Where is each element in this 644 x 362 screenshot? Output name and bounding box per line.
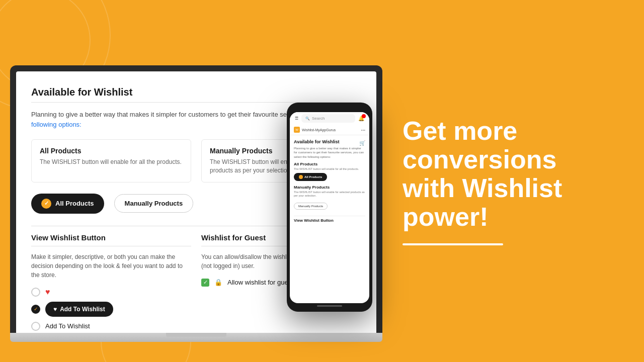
phone-all-products-btn-label: All Products <box>304 175 322 178</box>
laptop-base <box>10 333 382 342</box>
all-products-button[interactable]: ✓ All Products <box>31 194 104 214</box>
hero-underline <box>403 243 503 245</box>
manually-products-button[interactable]: Manually Products <box>114 194 194 213</box>
phone-screen: ☰ 🔍 Search 🔔 W Wishlist-MyAppGurus ••• <box>290 112 369 303</box>
all-products-card: All Products The WISHLIST button will en… <box>31 139 191 183</box>
radio-circle-2[interactable]: ✓ <box>31 305 40 314</box>
hero-heading: Get more conversions with Wishlist power… <box>403 117 619 232</box>
phone-app-header: W Wishlist-MyAppGurus ••• <box>290 125 369 135</box>
heart-icon: ♥ <box>45 288 50 297</box>
heart-white-icon: ♥ <box>53 306 57 313</box>
phone-home-bar <box>317 305 342 307</box>
radio-check-icon: ✓ <box>34 306 38 312</box>
notification-badge <box>362 114 366 118</box>
allow-guest-label: Allow wishlist for guest <box>227 279 293 286</box>
app-name: Wishlist-MyAppGurus <box>302 128 336 132</box>
more-icon: ••• <box>361 128 365 132</box>
allow-guest-checkbox[interactable]: ✓ <box>201 279 209 287</box>
check-circle-icon: ✓ <box>41 199 51 209</box>
manually-products-btn-label: Manually Products <box>125 200 183 207</box>
phone-search-bar[interactable]: 🔍 Search <box>301 114 355 123</box>
search-icon: 🔍 <box>305 117 310 121</box>
wishlist-text-label: Add To Wishlist <box>45 322 90 330</box>
radio-option-with-button: ✓ ♥ Add To Wishlist <box>31 302 191 317</box>
phone-divider <box>294 216 365 216</box>
hero-line-1: Get more <box>403 116 517 145</box>
laptop-notch <box>166 333 226 337</box>
phone-status-bar: ☰ 🔍 Search 🔔 <box>290 112 369 125</box>
all-products-card-title: All Products <box>40 147 183 155</box>
all-products-card-desc: The WISHLIST button will enable for all … <box>40 158 183 166</box>
phone-all-products-title: All Products <box>294 162 365 166</box>
radio-options-group: ♥ ✓ ♥ Add To Wishlist <box>31 288 191 331</box>
laptop-mockup: Available for Wishlist Planning to give … <box>10 65 382 342</box>
phone-manually-btn-label: Manually Products <box>298 205 323 208</box>
all-products-btn-label: All Products <box>55 200 94 207</box>
phone-content: Available for Wishlist 🛒 Planning to giv… <box>290 135 369 227</box>
phone-all-products-btn[interactable]: All Products <box>294 173 327 181</box>
view-wishlist-title: View Wishlist Button <box>31 233 191 242</box>
phone-mockup: ☰ 🔍 Search 🔔 W Wishlist-MyAppGurus ••• <box>287 103 372 312</box>
radio-option-text-only: Add To Wishlist <box>31 322 191 331</box>
view-wishlist-button-section: View Wishlist Button Make it simpler, de… <box>31 233 191 331</box>
wishlist-button-preview[interactable]: ♥ Add To Wishlist <box>45 302 113 317</box>
view-wishlist-desc: Make it simpler, descriptive, or both yo… <box>31 252 191 280</box>
phone-manually-btn[interactable]: Manually Products <box>294 203 328 210</box>
phone-available-title: Available for Wishlist <box>294 139 340 144</box>
phone-available-desc: Planning to give a better way that makes… <box>294 146 365 159</box>
radio-circle-3[interactable] <box>31 322 40 331</box>
phone-view-wishlist-title: View Wishlist Button <box>294 218 365 223</box>
left-panel: Available for Wishlist Planning to give … <box>0 0 392 362</box>
hero-line-2: conversions <box>403 145 556 174</box>
radio-circle-1[interactable] <box>31 288 40 297</box>
phone-cart-icon: 🛒 <box>359 140 365 146</box>
lock-icon: 🔒 <box>214 279 222 286</box>
phone-avail-header: Available for Wishlist 🛒 <box>294 139 365 146</box>
hamburger-icon: ☰ <box>295 116 298 121</box>
view-wishlist-divider <box>31 246 191 246</box>
notification-bell[interactable]: 🔔 <box>358 116 364 121</box>
app-logo: W <box>294 127 300 133</box>
phone-all-products-desc: The WISHLIST button will enable for all … <box>294 167 365 171</box>
phone-manually-title: Manually Products <box>294 185 365 190</box>
hero-line-4: power! <box>403 202 488 231</box>
radio-option-icon-only: ♥ <box>31 288 191 297</box>
phone-manually-desc: The WISHLIST button will enable for sele… <box>294 191 365 198</box>
wishlist-btn-label: Add To Wishlist <box>60 306 105 313</box>
right-panel: Get more conversions with Wishlist power… <box>392 0 644 362</box>
available-for-wishlist-title: Available for Wishlist <box>31 86 361 98</box>
search-text: Search <box>312 116 325 121</box>
phone-btn-dot <box>299 175 303 179</box>
options-link[interactable]: following options: <box>31 121 82 128</box>
phone-notch <box>319 108 340 111</box>
hero-line-3: with Wishlist <box>403 173 562 203</box>
